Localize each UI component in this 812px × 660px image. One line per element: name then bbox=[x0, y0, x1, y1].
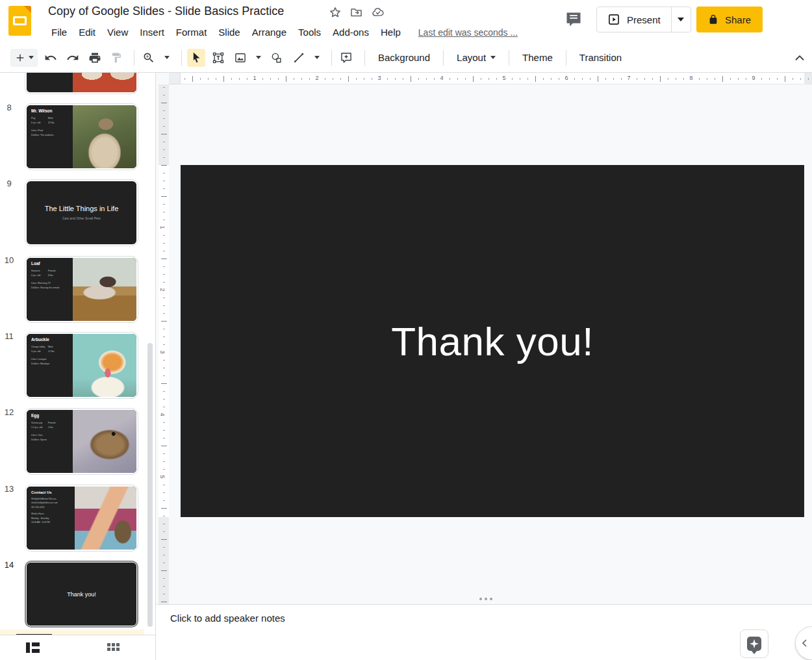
menu-addons[interactable]: Add-ons bbox=[327, 25, 375, 39]
vertical-ruler: 12345 bbox=[159, 84, 169, 604]
line-tool-button[interactable] bbox=[290, 49, 308, 67]
slide-title-text[interactable]: Thank you! bbox=[391, 318, 594, 364]
document-title[interactable]: Copy of Google Slides - Slide Basics Pra… bbox=[48, 5, 284, 18]
slide-9-thumbnail[interactable]: The Little Things in Life Cats and Other… bbox=[25, 179, 138, 246]
shape-tool-button[interactable] bbox=[268, 49, 286, 67]
background-button[interactable]: Background bbox=[370, 49, 438, 67]
siamese-cat-photo bbox=[73, 258, 136, 321]
guinea-pig-photo bbox=[73, 410, 136, 473]
paint-format-button[interactable] bbox=[108, 49, 125, 67]
slide-12-thumbnail[interactable]: Egg Guinea pigFemale 1.5 yrs. old2 lbs. … bbox=[25, 408, 138, 475]
present-button-group: Present bbox=[596, 6, 691, 32]
theme-button[interactable]: Theme bbox=[514, 49, 561, 67]
slides-logo[interactable] bbox=[8, 6, 31, 36]
filmstrip-view-icon[interactable] bbox=[26, 642, 40, 653]
thumb-title: The Little Things in Life bbox=[45, 205, 119, 212]
menu-format[interactable]: Format bbox=[170, 25, 213, 39]
move-to-folder-icon[interactable] bbox=[349, 6, 363, 19]
menu-insert[interactable]: Insert bbox=[134, 25, 170, 39]
notes-resize-handle[interactable] bbox=[479, 598, 492, 600]
menu-help[interactable]: Help bbox=[375, 25, 407, 39]
share-label: Share bbox=[725, 14, 751, 25]
slide-14-thumbnail[interactable]: Thank you! bbox=[25, 561, 138, 628]
menu-edit[interactable]: Edit bbox=[73, 25, 101, 39]
redo-button[interactable] bbox=[64, 49, 82, 67]
zoom-button[interactable] bbox=[140, 49, 158, 67]
toolbar-separator bbox=[331, 50, 332, 66]
thumb-title: Thank you! bbox=[67, 591, 96, 598]
slide-13-number: 13 bbox=[0, 484, 18, 494]
star-icon[interactable] bbox=[329, 6, 342, 19]
last-edit-link[interactable]: Last edit was seconds ... bbox=[418, 27, 518, 38]
canvas-area[interactable]: 123456789 12345 Thank you! bbox=[156, 73, 812, 604]
menu-file[interactable]: File bbox=[45, 25, 73, 39]
slide-11-number: 11 bbox=[0, 331, 18, 341]
menu-slide[interactable]: Slide bbox=[212, 25, 246, 39]
slide-13-thumbnail[interactable]: Contact Us Shelbyfield Animal Rescue inf… bbox=[25, 485, 138, 552]
collapse-toolbar-button[interactable] bbox=[793, 51, 807, 68]
cloud-saved-icon[interactable] bbox=[371, 6, 385, 19]
menu-arrange[interactable]: Arrange bbox=[246, 25, 292, 39]
slide-8-thumbnail[interactable]: Mr. Wilson PugMale 6 yrs. old31 lbs. Lik… bbox=[25, 103, 138, 170]
print-button[interactable] bbox=[86, 49, 104, 67]
text-box-button[interactable] bbox=[209, 49, 227, 67]
slide-11-thumbnail[interactable]: Arbuckle Orange tabbyMale 3 yrs. old12 l… bbox=[25, 332, 138, 399]
slide-12-number: 12 bbox=[0, 407, 18, 417]
present-options-button[interactable] bbox=[671, 7, 691, 32]
logo-fold bbox=[24, 6, 31, 13]
chevron-down-icon bbox=[678, 18, 684, 21]
header: Copy of Google Slides - Slide Basics Pra… bbox=[0, 0, 812, 43]
slide-8-number: 8 bbox=[0, 103, 18, 112]
pug-in-blanket-photo bbox=[73, 105, 136, 168]
thumb-title: Contact Us bbox=[31, 490, 75, 494]
slide-10-number: 10 bbox=[0, 255, 18, 265]
speaker-notes-panel[interactable]: Click to add speaker notes bbox=[156, 604, 812, 660]
zoom-options-button[interactable] bbox=[162, 49, 172, 67]
slide-9-number: 9 bbox=[0, 179, 18, 188]
undo-button[interactable] bbox=[42, 49, 60, 67]
chevron-down-icon bbox=[164, 56, 170, 59]
insert-image-button[interactable] bbox=[231, 49, 249, 67]
new-slide-button[interactable] bbox=[10, 49, 38, 67]
select-tool-button[interactable] bbox=[187, 49, 205, 67]
thumb-subtitle: Cats and Other Small Pets bbox=[62, 216, 101, 220]
present-label: Present bbox=[627, 14, 661, 25]
layout-button[interactable]: Layout bbox=[449, 49, 503, 67]
comments-icon[interactable] bbox=[565, 10, 583, 31]
explore-button[interactable] bbox=[740, 629, 768, 658]
menu-tools[interactable]: Tools bbox=[292, 25, 327, 39]
hand-cat-highfive-photo bbox=[75, 487, 136, 550]
speaker-notes-placeholder[interactable]: Click to add speaker notes bbox=[170, 613, 285, 624]
line-options-button[interactable] bbox=[312, 49, 322, 67]
slide-10-thumbnail[interactable]: Loaf SiameseFemale 4 yrs. old8 lbs. Like… bbox=[25, 256, 138, 323]
transition-button[interactable]: Transition bbox=[572, 49, 629, 67]
chevron-down-icon bbox=[29, 56, 34, 59]
slide-canvas[interactable]: Thank you! bbox=[181, 165, 804, 517]
toolbar-separator bbox=[443, 50, 444, 66]
plus-icon bbox=[14, 52, 26, 64]
lock-icon bbox=[708, 14, 718, 25]
share-button[interactable]: Share bbox=[696, 6, 763, 32]
chevron-down-icon bbox=[314, 56, 320, 59]
toolbar: Background Layout Theme Transition bbox=[0, 43, 812, 73]
add-comment-button[interactable] bbox=[337, 49, 355, 67]
chevron-down-icon bbox=[256, 56, 261, 59]
slide-7-thumbnail[interactable] bbox=[25, 73, 138, 94]
pug-paws-photo bbox=[73, 73, 136, 92]
filmstrip-panel: 8 Mr. Wilson PugMale 6 yrs. old31 lbs. L… bbox=[0, 73, 156, 635]
toolbar-separator bbox=[509, 50, 509, 66]
pet-name: Egg bbox=[31, 413, 73, 418]
pet-name: Mr. Wilson bbox=[31, 108, 73, 114]
grid-view-icon[interactable] bbox=[107, 643, 120, 652]
filmstrip-vertical-scrollbar[interactable] bbox=[147, 343, 153, 627]
menu-view[interactable]: View bbox=[101, 25, 134, 39]
menu-bar: File Edit View Insert Format Slide Arran… bbox=[45, 25, 518, 39]
toolbar-separator bbox=[566, 50, 566, 66]
logo-page-rect bbox=[13, 16, 27, 25]
view-switch-bar bbox=[0, 635, 156, 660]
chevron-left-icon bbox=[799, 637, 811, 649]
image-options-button[interactable] bbox=[253, 49, 264, 67]
present-button[interactable]: Present bbox=[597, 7, 671, 32]
explore-icon bbox=[747, 637, 761, 651]
slide-14-number: 14 bbox=[0, 560, 18, 570]
